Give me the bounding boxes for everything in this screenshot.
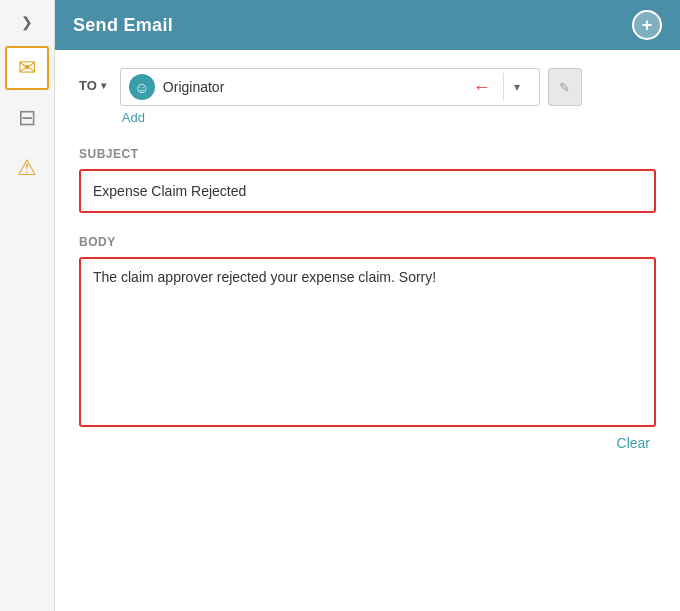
body-label: BODY xyxy=(79,235,656,249)
subject-input[interactable] xyxy=(79,169,656,213)
chevron-right-icon: ❯ xyxy=(21,14,33,30)
edit-icon: ⊟ xyxy=(18,105,36,131)
warning-icon: ⚠ xyxy=(17,155,37,181)
arrow-left-icon: ← xyxy=(473,77,491,98)
recipient-edit-button[interactable]: ✎ xyxy=(548,68,582,106)
page-title: Send Email xyxy=(73,15,173,36)
main-panel: Send Email + TO ▾ ☺ Originator ← xyxy=(55,0,680,611)
plus-icon: + xyxy=(642,15,653,36)
pencil-icon: ✎ xyxy=(559,80,570,95)
add-header-button[interactable]: + xyxy=(632,10,662,40)
sidebar-item-warning[interactable]: ⚠ xyxy=(5,146,49,190)
sidebar-item-mail[interactable]: ✉ xyxy=(5,46,49,90)
mail-icon: ✉ xyxy=(18,55,36,81)
to-chevron-icon: ▾ xyxy=(101,80,106,91)
subject-label: SUBJECT xyxy=(79,147,656,161)
to-field-wrapper: ☺ Originator ← ▾ ✎ Add xyxy=(120,68,582,125)
recipient-dropdown-button[interactable]: ▾ xyxy=(503,73,531,101)
body-textarea[interactable] xyxy=(79,257,656,427)
body-section: BODY Clear xyxy=(79,231,656,453)
to-label[interactable]: TO ▾ xyxy=(79,78,106,93)
add-recipient-link[interactable]: Add xyxy=(122,110,582,125)
chevron-down-icon: ▾ xyxy=(514,80,520,94)
recipient-box[interactable]: ☺ Originator ← ▾ xyxy=(120,68,540,106)
sidebar: ❯ ✉ ⊟ ⚠ xyxy=(0,0,55,611)
subject-section: SUBJECT xyxy=(79,143,656,231)
avatar: ☺ xyxy=(129,74,155,100)
recipient-name: Originator xyxy=(163,79,461,95)
person-icon: ☺ xyxy=(134,79,149,96)
sidebar-toggle-button[interactable]: ❯ xyxy=(11,8,43,36)
body-footer: Clear xyxy=(79,433,656,453)
clear-button[interactable]: Clear xyxy=(611,433,656,453)
to-label-text: TO xyxy=(79,78,97,93)
sidebar-item-edit[interactable]: ⊟ xyxy=(5,96,49,140)
form-area: TO ▾ ☺ Originator ← ▾ xyxy=(55,50,680,611)
to-row: TO ▾ ☺ Originator ← ▾ xyxy=(79,68,656,125)
header: Send Email + xyxy=(55,0,680,50)
